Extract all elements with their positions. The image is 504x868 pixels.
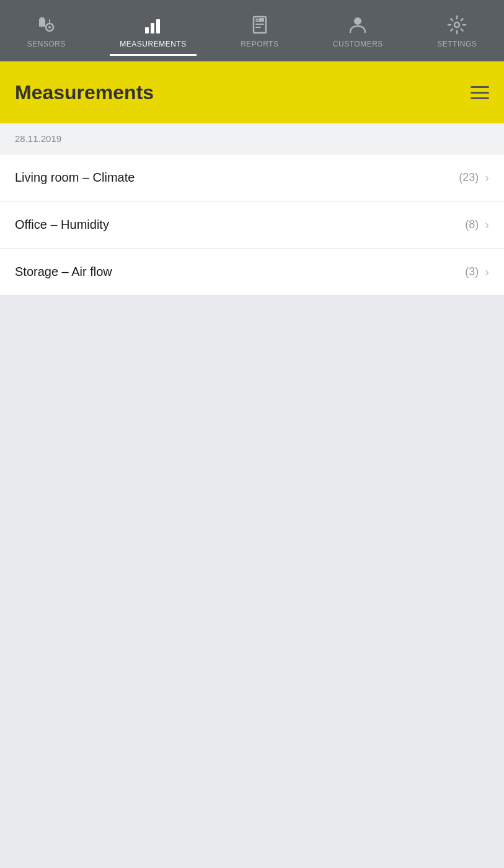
empty-content-area (0, 296, 504, 817)
hamburger-line-2 (471, 92, 489, 94)
nav-item-measurements[interactable]: MEASUREMENTS (110, 7, 196, 55)
nav-item-settings[interactable]: SETTINGS (427, 7, 487, 55)
list-item-label-wrapper: Office – Humidity (15, 218, 109, 232)
list-item-right: (8) › (465, 218, 489, 232)
list-item-label-wrapper: Living room – Climate (15, 170, 135, 185)
nav-item-sensors[interactable]: SENSORS (17, 7, 76, 55)
list-item[interactable]: Office – Humidity (8) › (0, 202, 504, 249)
svg-rect-13 (259, 18, 264, 20)
hamburger-menu-button[interactable] (471, 86, 489, 99)
list-item-count: (8) (465, 218, 479, 231)
list-item-label-wrapper: Storage – Air flow (15, 265, 112, 279)
measurements-list: Living room – Climate (23) › Office – Hu… (0, 154, 504, 296)
svg-point-15 (454, 22, 459, 27)
hamburger-line-3 (471, 97, 489, 99)
top-nav: SENSORS MEASUREMENTS REPORTS (0, 0, 504, 61)
measurements-icon (142, 14, 164, 36)
svg-point-14 (354, 17, 361, 25)
reports-icon (249, 14, 271, 36)
svg-rect-5 (145, 27, 149, 33)
nav-item-customers[interactable]: CUSTOMERS (323, 7, 393, 55)
measurements-label: MEASUREMENTS (120, 40, 186, 48)
list-item[interactable]: Storage – Air flow (3) › (0, 249, 504, 296)
list-item-label: Storage – Air flow (15, 265, 112, 279)
list-item-label: Living room – Climate (15, 170, 135, 185)
list-item-label: Office – Humidity (15, 218, 109, 232)
list-item-right: (23) › (459, 170, 489, 185)
list-item-count: (23) (459, 171, 479, 184)
sensors-label: SENSORS (27, 40, 66, 48)
date-label: 28.11.2019 (15, 133, 61, 144)
list-item-right: (3) › (465, 265, 489, 279)
list-item-count: (3) (465, 265, 479, 278)
hamburger-line-1 (471, 86, 489, 88)
nav-item-reports[interactable]: REPORTS (231, 7, 288, 55)
svg-point-3 (48, 26, 51, 29)
svg-rect-1 (40, 17, 44, 19)
list-item[interactable]: Living room – Climate (23) › (0, 154, 504, 202)
settings-icon (446, 14, 468, 36)
customers-label: CUSTOMERS (333, 40, 383, 48)
chevron-right-icon: › (485, 218, 489, 232)
customers-icon (347, 14, 369, 36)
page-title: Measurements (15, 81, 154, 104)
sensors-icon (35, 14, 58, 36)
svg-rect-6 (151, 23, 154, 33)
svg-rect-0 (39, 19, 45, 27)
chevron-right-icon: › (485, 265, 489, 279)
settings-label: SETTINGS (437, 40, 477, 48)
reports-label: REPORTS (241, 40, 278, 48)
date-bar: 28.11.2019 (0, 123, 504, 154)
svg-rect-7 (156, 19, 160, 33)
page-header: Measurements (0, 61, 504, 123)
chevron-right-icon: › (485, 170, 489, 185)
